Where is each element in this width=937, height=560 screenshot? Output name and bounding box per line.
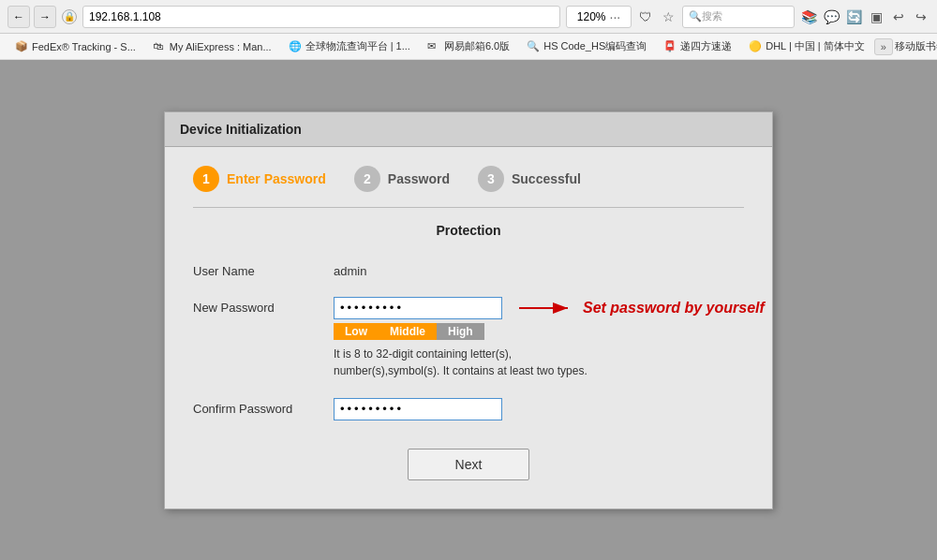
step-2-circle: 2 [354, 166, 380, 192]
confirm-password-label: Confirm Password [193, 398, 334, 416]
social-icon: 💬 [823, 8, 840, 25]
search-placeholder: 搜索 [702, 9, 722, 23]
step-2-number: 2 [364, 171, 371, 186]
step-1-number: 1 [202, 171, 210, 186]
email-icon: ✉ [427, 40, 440, 53]
strength-high-btn: High [437, 323, 484, 340]
new-password-label: New Password [193, 297, 334, 315]
dialog-title: Device Initialization [165, 112, 772, 147]
password-hint: It is 8 to 32-digit containing letter(s)… [334, 346, 596, 379]
browser-icons: 🛡 ☆ [637, 8, 677, 25]
bookmark-hscode-label: HS Code_HS编码查询 [543, 39, 647, 53]
step-3-number: 3 [487, 171, 495, 186]
forward-button[interactable]: → [34, 6, 56, 28]
dhl-icon: 🟡 [749, 40, 762, 53]
browser-chrome: ← → 🔒 192.168.1.108 120% ··· 🛡 ☆ 🔍 搜索 📚 … [0, 0, 937, 34]
search-icon: 🔍 [689, 10, 702, 22]
address-text: 192.168.1.108 [89, 10, 161, 23]
ali-icon: 🛍 [153, 40, 166, 53]
steps-row: 1 Enter Password 2 Password 3 Successful [193, 166, 744, 208]
zoom-level: 120% [577, 10, 606, 23]
address-bar[interactable]: 192.168.1.108 [82, 6, 560, 28]
bookmark-email[interactable]: ✉ 网易邮箱6.0版 [420, 37, 517, 55]
step-1: 1 Enter Password [193, 166, 326, 192]
bookmark-ali-label: My AliExpress : Man... [170, 41, 272, 52]
shield-icon: 🛡 [637, 8, 654, 25]
arrow-annotation: Set password by yourself [519, 299, 765, 317]
forward2-icon: ↪ [913, 8, 930, 25]
strength-low-btn: Low [334, 323, 379, 340]
zoom-control[interactable]: 120% ··· [566, 6, 632, 28]
strength-row: Low Middle High [334, 323, 765, 340]
step-3: 3 Successful [478, 166, 581, 192]
password-field-wrapper: Set password by yourself [334, 297, 765, 319]
bookmark-fedex[interactable]: 📦 FedEx® Tracking - S... [7, 38, 143, 55]
section-title: Protection [193, 223, 744, 238]
bookmark-fedex-label: FedEx® Tracking - S... [32, 41, 136, 52]
layout-icon: ▣ [868, 8, 885, 25]
new-password-row: New Password [193, 297, 744, 379]
nav-buttons[interactable]: ← → [7, 6, 56, 28]
arrow-icon [519, 299, 575, 317]
toolbar-icons: 📚 💬 🔄 ▣ ↩ ↪ [800, 8, 930, 25]
mobile-bookmark-label: 移动版书签 [895, 39, 937, 53]
step-1-circle: 1 [193, 166, 219, 192]
next-button[interactable]: Next [408, 449, 530, 480]
dialog: Device Initialization 1 Enter Password 2… [164, 111, 773, 509]
annotation-text: Set password by yourself [583, 300, 765, 317]
bookmarks-bar: 📦 FedEx® Tracking - S... 🛍 My AliExpress… [0, 34, 937, 60]
step-3-label: Successful [512, 171, 581, 186]
fedex-icon: 📦 [15, 40, 28, 53]
star-icon: ☆ [660, 8, 677, 25]
zoom-more: ··· [610, 9, 621, 24]
bookmarks-more-button[interactable]: » [874, 38, 893, 55]
username-label: User Name [193, 260, 334, 278]
step-2-label: Password [388, 171, 450, 186]
history-icon: 📚 [800, 8, 817, 25]
bookmark-dhl-label: DHL | 中国 | 简体中文 [766, 39, 865, 53]
search-bar[interactable]: 🔍 搜索 [682, 6, 795, 28]
page-content: Device Initialization 1 Enter Password 2… [0, 60, 937, 560]
logistics-icon: 🌐 [289, 40, 302, 53]
bookmark-delivery[interactable]: 📮 递四方速递 [656, 37, 739, 55]
hscode-icon: 🔍 [527, 40, 540, 53]
back-button[interactable]: ← [7, 6, 30, 28]
confirm-password-input[interactable] [334, 398, 502, 420]
step-2: 2 Password [354, 166, 450, 192]
bookmark-logistics-label: 全球物流查询平台 | 1... [305, 39, 410, 53]
confirm-password-row: Confirm Password [193, 398, 744, 420]
bookmark-dhl[interactable]: 🟡 DHL | 中国 | 简体中文 [741, 37, 872, 55]
step-1-label: Enter Password [227, 171, 326, 186]
strength-middle-btn: Middle [379, 323, 437, 340]
username-row: User Name admin [193, 260, 744, 278]
sync-icon: 🔄 [845, 8, 862, 25]
new-password-content: Set password by yourself Low Middle High… [334, 297, 765, 379]
bookmark-logistics[interactable]: 🌐 全球物流查询平台 | 1... [281, 37, 418, 55]
delivery-icon: 📮 [663, 40, 677, 53]
back2-icon: ↩ [890, 8, 907, 25]
next-btn-row: Next [193, 449, 744, 480]
bookmark-aliexpress[interactable]: 🛍 My AliExpress : Man... [145, 38, 279, 55]
bookmark-delivery-label: 递四方速递 [680, 39, 732, 53]
username-value: admin [334, 260, 366, 278]
bookmark-hscode[interactable]: 🔍 HS Code_HS编码查询 [519, 37, 654, 55]
dialog-body: 1 Enter Password 2 Password 3 Successful [165, 147, 772, 508]
step-3-circle: 3 [478, 166, 504, 192]
bookmark-email-label: 网易邮箱6.0版 [444, 39, 510, 53]
security-icon: 🔒 [62, 9, 77, 24]
new-password-input[interactable] [334, 297, 502, 319]
